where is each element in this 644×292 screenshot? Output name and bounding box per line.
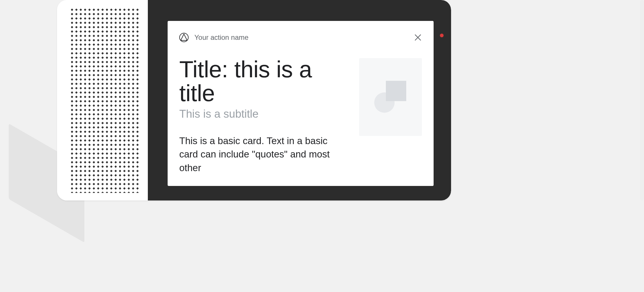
speaker-dots [70,8,140,193]
page-scrollbar[interactable] [640,0,644,200]
close-button[interactable] [414,33,422,42]
material-logo-icon [179,33,189,42]
speaker-grille [57,0,148,200]
card-subtitle: This is a subtitle [179,108,342,120]
card-text-block: Title: this is a title This is a subtitl… [179,58,342,175]
device-screen: Your action name Title: this is a title … [148,0,451,200]
basic-card: Your action name Title: this is a title … [168,21,434,186]
action-name-label: Your action name [194,33,408,42]
status-led-icon [440,34,443,37]
image-placeholder-icon [359,58,422,136]
card-body: Title: this is a title This is a subtitl… [168,46,434,175]
card-title: Title: this is a title [179,58,342,105]
smart-display-device: Your action name Title: this is a title … [57,0,451,200]
card-header: Your action name [168,21,434,46]
card-body-text: This is a basic card. Text in a basic ca… [179,134,331,175]
